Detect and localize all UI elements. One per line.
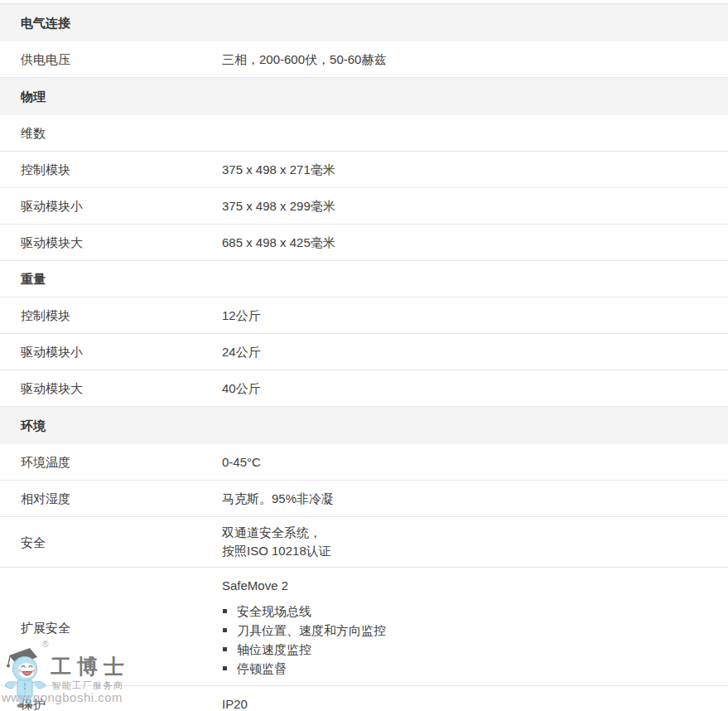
spec-label: 驱动模块小 [0, 198, 222, 214]
spec-label: 扩展安全 [0, 620, 222, 636]
spec-value: SafeMove 2 安全现场总线 刀具位置、速度和方向监控 轴位速度监控 停顿… [222, 577, 728, 678]
row-dimensions-subheader: 维数 [0, 115, 728, 152]
row-drive-module-large-weight: 驱动模块大 40公斤 [0, 370, 728, 407]
section-header-electrical: 电气连接 [0, 3, 728, 41]
spec-label: 保护 [0, 696, 222, 711]
spec-value: 685 x 498 x 425毫米 [222, 235, 728, 250]
spec-value: 375 x 498 x 271毫米 [222, 162, 728, 177]
row-protection: 保护 IP20 [0, 686, 728, 711]
spec-value-line: 双通道安全系统， [222, 524, 728, 542]
row-drive-module-large-dimensions: 驱动模块大 685 x 498 x 425毫米 [0, 225, 728, 261]
spec-label: 控制模块 [0, 162, 222, 177]
spec-value-line: SafeMove 2 [222, 577, 728, 594]
spec-value: 马克斯。95%非冷凝 [222, 491, 728, 506]
row-safety: 安全 双通道安全系统， 按照ISO 10218认证 [0, 517, 728, 568]
row-drive-module-small-weight: 驱动模块小 24公斤 [0, 334, 728, 370]
row-ambient-temperature: 环境温度 0-45°C [0, 444, 728, 481]
row-drive-module-small-dimensions: 驱动模块小 375 x 498 x 299毫米 [0, 188, 728, 225]
bullet-item: 安全现场总线 [222, 602, 728, 621]
section-header-environment: 环境 [0, 407, 728, 444]
spec-label: 环境温度 [0, 454, 222, 470]
spec-label: 驱动模块大 [0, 235, 222, 250]
bullet-list: 安全现场总线 刀具位置、速度和方向监控 轴位速度监控 停顿监督 [222, 602, 728, 678]
spec-label: 控制模块 [0, 307, 222, 323]
spec-value: 24公斤 [222, 344, 728, 360]
bullet-item: 刀具位置、速度和方向监控 [222, 621, 728, 640]
spec-value: 12公斤 [222, 307, 728, 323]
row-weight-subheader: 重量 [0, 261, 728, 297]
spec-label: 供电电压 [0, 51, 222, 67]
row-control-module-dimensions: 控制模块 375 x 498 x 271毫米 [0, 152, 728, 188]
bullet-item: 停顿监督 [222, 659, 728, 678]
spec-value: 双通道安全系统， 按照ISO 10218认证 [222, 524, 728, 560]
spec-value: 375 x 498 x 299毫米 [222, 198, 728, 214]
spec-value: 0-45°C [222, 454, 728, 470]
row-extended-safety: 扩展安全 SafeMove 2 安全现场总线 刀具位置、速度和方向监控 轴位速度… [0, 568, 728, 686]
row-relative-humidity: 相对湿度 马克斯。95%非冷凝 [0, 481, 728, 517]
row-supply-voltage: 供电电压 三相，200-600伏，50-60赫兹 [0, 41, 728, 78]
bullet-item: 轴位速度监控 [222, 640, 728, 659]
spec-table: 电气连接 供电电压 三相，200-600伏，50-60赫兹 物理 维数 控制模块… [0, 0, 728, 711]
spec-label: 驱动模块大 [0, 380, 222, 396]
spec-label: 维数 [0, 125, 222, 141]
spec-value-line: 按照ISO 10218认证 [222, 542, 728, 560]
spec-label: 驱动模块小 [0, 344, 222, 360]
spec-label: 重量 [0, 271, 222, 287]
section-header-physical: 物理 [0, 78, 728, 115]
spec-value: 三相，200-600伏，50-60赫兹 [222, 51, 728, 67]
spec-label: 安全 [0, 534, 222, 550]
spec-label: 相对湿度 [0, 491, 222, 506]
spec-value: IP20 [222, 696, 728, 711]
spec-value: 40公斤 [222, 380, 728, 396]
row-control-module-weight: 控制模块 12公斤 [0, 297, 728, 334]
